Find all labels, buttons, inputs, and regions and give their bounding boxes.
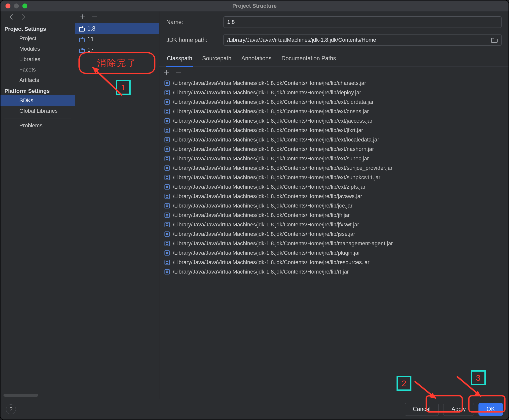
classpath-item-path: /Library/Java/JavaVirtualMachines/jdk-1.…: [173, 118, 372, 124]
classpath-item[interactable]: /Library/Java/JavaVirtualMachines/jdk-1.…: [162, 192, 506, 201]
help-button[interactable]: ?: [6, 404, 16, 414]
classpath-item[interactable]: /Library/Java/JavaVirtualMachines/jdk-1.…: [162, 144, 506, 154]
svg-rect-62: [165, 194, 170, 199]
sidebar-item-libraries[interactable]: Libraries: [0, 54, 75, 65]
classpath-item-path: /Library/Java/JavaVirtualMachines/jdk-1.…: [173, 184, 365, 190]
classpath-item[interactable]: /Library/Java/JavaVirtualMachines/jdk-1.…: [162, 182, 506, 192]
classpath-item[interactable]: /Library/Java/JavaVirtualMachines/jdk-1.…: [162, 88, 506, 97]
sdk-item[interactable]: 1.8: [75, 23, 159, 34]
horizontal-scrollbar[interactable]: [3, 394, 38, 397]
classpath-item[interactable]: /Library/Java/JavaVirtualMachines/jdk-1.…: [162, 201, 506, 210]
classpath-item[interactable]: /Library/Java/JavaVirtualMachines/jdk-1.…: [162, 116, 506, 126]
classpath-item-path: /Library/Java/JavaVirtualMachines/jdk-1.…: [173, 108, 369, 115]
sdk-detail-panel: Name: 1.8 JDK home path: /Library/Java/J…: [159, 11, 509, 399]
remove-classpath-icon[interactable]: [175, 69, 182, 76]
sidebar-item-sdks[interactable]: SDKs: [0, 95, 75, 106]
classpath-item[interactable]: /Library/Java/JavaVirtualMachines/jdk-1.…: [162, 267, 506, 277]
classpath-item[interactable]: /Library/Java/JavaVirtualMachines/jdk-1.…: [162, 78, 506, 88]
svg-rect-6: [167, 83, 168, 84]
svg-rect-53: [166, 176, 167, 177]
svg-rect-79: [167, 223, 168, 224]
svg-rect-106: [167, 272, 168, 273]
svg-rect-56: [167, 178, 168, 179]
annotation-callout: 消除完了: [78, 52, 155, 74]
svg-rect-32: [165, 138, 170, 142]
classpath-item[interactable]: /Library/Java/JavaVirtualMachines/jdk-1.…: [162, 135, 506, 144]
classpath-item[interactable]: /Library/Java/JavaVirtualMachines/jdk-1.…: [162, 248, 506, 258]
svg-rect-8: [166, 91, 167, 92]
svg-rect-33: [166, 139, 167, 140]
sidebar-item-global-libraries[interactable]: Global Libraries: [0, 106, 75, 116]
jdk-home-path-label: JDK home path:: [166, 37, 223, 43]
classpath-item[interactable]: /Library/Java/JavaVirtualMachines/jdk-1.…: [162, 173, 506, 182]
classpath-item[interactable]: /Library/Java/JavaVirtualMachines/jdk-1.…: [162, 258, 506, 267]
classpath-item[interactable]: /Library/Java/JavaVirtualMachines/jdk-1.…: [162, 97, 506, 107]
svg-rect-39: [167, 148, 168, 149]
classpath-item[interactable]: /Library/Java/JavaVirtualMachines/jdk-1.…: [162, 126, 506, 135]
svg-rect-9: [167, 91, 168, 92]
classpath-item-path: /Library/Java/JavaVirtualMachines/jdk-1.…: [173, 174, 380, 181]
svg-rect-68: [166, 205, 167, 206]
svg-rect-29: [167, 129, 168, 130]
classpath-item[interactable]: /Library/Java/JavaVirtualMachines/jdk-1.…: [162, 163, 506, 173]
sidebar-item-artifacts[interactable]: Artifacts: [0, 75, 75, 85]
svg-rect-78: [166, 223, 167, 224]
svg-rect-12: [165, 100, 170, 105]
svg-rect-30: [166, 131, 167, 132]
jar-archive-icon: [164, 137, 170, 142]
browse-folder-icon[interactable]: [491, 37, 498, 43]
jar-archive-icon: [164, 156, 170, 161]
svg-rect-58: [166, 186, 167, 187]
dialog-footer: ? Cancel Apply OK: [0, 399, 509, 420]
tab-annotations[interactable]: Annotations: [241, 52, 272, 66]
svg-rect-43: [166, 157, 167, 158]
remove-sdk-icon[interactable]: [91, 14, 98, 21]
nav-back-icon[interactable]: [8, 13, 15, 21]
svg-rect-4: [167, 82, 168, 83]
apply-button[interactable]: Apply: [443, 403, 474, 416]
classpath-item[interactable]: /Library/Java/JavaVirtualMachines/jdk-1.…: [162, 107, 506, 116]
sidebar-item-modules[interactable]: Modules: [0, 44, 75, 54]
jar-archive-icon: [164, 165, 170, 171]
sdk-item[interactable]: 11: [75, 34, 159, 45]
add-sdk-icon[interactable]: [79, 14, 86, 21]
sdk-item[interactable]: 17: [75, 45, 159, 55]
svg-rect-55: [166, 178, 167, 179]
jar-archive-icon: [164, 90, 170, 95]
classpath-list: /Library/Java/JavaVirtualMachines/jdk-1.…: [159, 78, 509, 399]
svg-rect-19: [167, 110, 168, 111]
svg-rect-17: [165, 109, 170, 114]
svg-rect-61: [167, 187, 168, 188]
svg-rect-76: [167, 215, 168, 216]
classpath-item[interactable]: /Library/Java/JavaVirtualMachines/jdk-1.…: [162, 239, 506, 248]
classpath-item-path: /Library/Java/JavaVirtualMachines/jdk-1.…: [173, 155, 369, 162]
classpath-item-path: /Library/Java/JavaVirtualMachines/jdk-1.…: [173, 137, 379, 143]
section-platform-settings: Platform Settings: [0, 85, 75, 95]
tab-documentation-paths[interactable]: Documentation Paths: [281, 52, 336, 66]
tab-classpath[interactable]: Classpath: [166, 52, 193, 67]
classpath-item[interactable]: /Library/Java/JavaVirtualMachines/jdk-1.…: [162, 210, 506, 220]
sidebar-item-facets[interactable]: Facets: [0, 65, 75, 75]
tab-sourcepath[interactable]: Sourcepath: [202, 52, 232, 66]
svg-rect-64: [167, 195, 168, 196]
jdk-home-path-input[interactable]: /Library/Java/JavaVirtualMachines/jdk-1.…: [223, 34, 502, 46]
name-input[interactable]: 1.8: [223, 16, 502, 28]
add-classpath-icon[interactable]: [163, 69, 170, 76]
classpath-item[interactable]: /Library/Java/JavaVirtualMachines/jdk-1.…: [162, 154, 506, 163]
svg-rect-38: [166, 148, 167, 149]
sidebar-item-problems[interactable]: Problems: [0, 120, 75, 131]
sdk-list-panel: 1.81117 消除完了 1: [75, 11, 159, 399]
svg-rect-72: [165, 213, 170, 218]
cancel-button[interactable]: Cancel: [405, 403, 439, 416]
classpath-item[interactable]: /Library/Java/JavaVirtualMachines/jdk-1.…: [162, 220, 506, 229]
sidebar-item-project[interactable]: Project: [0, 33, 75, 44]
ok-button[interactable]: OK: [478, 403, 503, 416]
jar-archive-icon: [164, 194, 170, 199]
svg-rect-54: [167, 176, 168, 177]
annotation-callout-text: 消除完了: [97, 57, 137, 69]
nav-forward-icon[interactable]: [20, 13, 27, 21]
classpath-item[interactable]: /Library/Java/JavaVirtualMachines/jdk-1.…: [162, 229, 506, 239]
classpath-item-path: /Library/Java/JavaVirtualMachines/jdk-1.…: [173, 89, 361, 96]
svg-rect-87: [165, 241, 170, 246]
svg-rect-45: [166, 159, 167, 160]
